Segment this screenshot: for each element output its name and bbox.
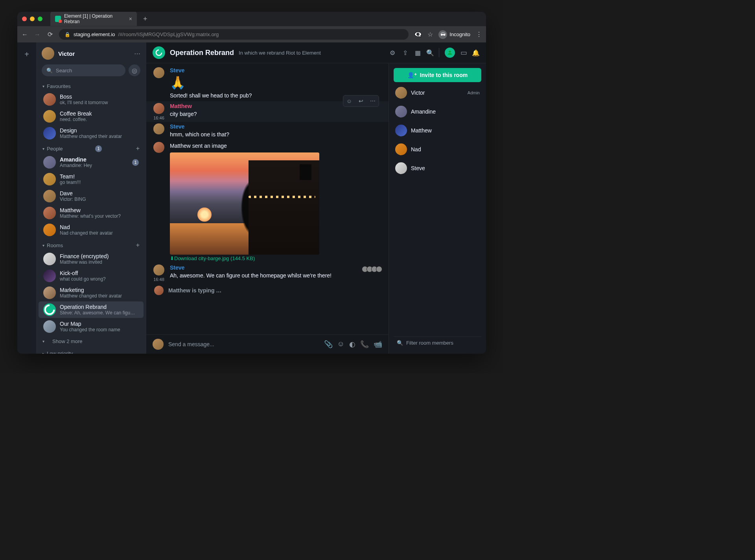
emoji-icon[interactable]: ☺ xyxy=(337,340,344,349)
message-list[interactable]: Steve 🙏 Sorted! shall we head to the pub… xyxy=(146,63,389,334)
sticker-icon[interactable]: ◐ xyxy=(349,340,355,349)
settings-icon[interactable]: ⚙ xyxy=(389,49,396,57)
add-space-button[interactable]: + xyxy=(20,48,33,61)
members-icon[interactable] xyxy=(444,47,456,59)
sender-avatar[interactable] xyxy=(153,123,164,134)
filter-members-input[interactable]: 🔍 Filter room members xyxy=(394,336,481,349)
section-favourites[interactable]: ▾ Favourites xyxy=(36,80,146,91)
room-preview: Matthew: what's your vector? xyxy=(60,213,139,219)
add-room-button[interactable]: + xyxy=(136,242,140,249)
attach-icon[interactable]: 📎 xyxy=(324,340,333,349)
back-button[interactable]: ← xyxy=(21,31,28,38)
upload-icon[interactable]: ⇪ xyxy=(401,49,409,57)
section-label: Favourites xyxy=(47,83,71,89)
room-item-boss[interactable]: Bossok, I'll send it tomorrow xyxy=(39,91,144,108)
sender-name[interactable]: Steve xyxy=(170,67,382,73)
read-receipts[interactable] xyxy=(363,266,382,272)
chevron-right-icon: ▸ xyxy=(42,351,44,354)
address-field[interactable]: 🔒 staging.element.io/#/room/!iSjMRGQVDSp… xyxy=(59,29,409,40)
reply-button[interactable]: ↩ xyxy=(355,95,367,106)
maximize-window-button[interactable] xyxy=(38,17,42,21)
room-item-marketing[interactable]: MarketingMatthew changed their avatar xyxy=(39,285,144,301)
react-button[interactable]: ☺ xyxy=(343,95,355,106)
url-path: /#/room/!iSjMRGQVDSpLjgSVWg:matrix.org xyxy=(118,31,219,37)
star-icon[interactable]: ☆ xyxy=(427,31,433,38)
room-preview: what could go wrong? xyxy=(60,276,139,282)
sender-name[interactable]: Steve xyxy=(170,264,382,271)
eye-off-icon[interactable]: 👁‍🗨 xyxy=(414,31,422,38)
add-person-button[interactable]: + xyxy=(136,145,140,152)
url-host: staging.element.io xyxy=(74,31,115,37)
room-item-operation-rebrand[interactable]: Operation RebrandSteve: Ah, awesome. We … xyxy=(39,301,144,318)
room-item-our-map[interactable]: Our MapYou changed the room name xyxy=(39,318,144,335)
sender-avatar[interactable] xyxy=(153,142,164,153)
voice-call-icon[interactable]: 📞 xyxy=(360,340,369,349)
user-menu-button[interactable]: ⋯ xyxy=(134,50,140,57)
typing-indicator: Matthew is typing … xyxy=(146,283,389,297)
room-item-amandine[interactable]: AmandineAmandine: Hey1 xyxy=(39,154,144,171)
room-item-kickoff[interactable]: Kick-offwhat could go wrong? xyxy=(39,268,144,284)
room-item-nad[interactable]: NadNad changed their avatar xyxy=(39,222,144,238)
avatar xyxy=(43,207,56,219)
kebab-menu-icon[interactable]: ⋮ xyxy=(476,31,482,38)
member-victor[interactable]: VictorAdmin xyxy=(394,84,481,101)
member-avatar xyxy=(395,87,407,99)
room-title: Operation Rebrand xyxy=(170,49,234,57)
sender-avatar[interactable] xyxy=(153,264,164,275)
search-icon[interactable]: 🔍 xyxy=(426,49,434,57)
message-image[interactable] xyxy=(170,152,319,255)
composer-input[interactable]: Send a message... xyxy=(168,341,319,347)
room-item-matthew[interactable]: MatthewMatthew: what's your vector? xyxy=(39,205,144,221)
member-role: Admin xyxy=(468,90,480,95)
browser-tab[interactable]: Element [1] | Operation Rebran × xyxy=(50,12,137,27)
member-amandine[interactable]: Amandine xyxy=(394,103,481,120)
message-text: hmm, which one is that? xyxy=(170,130,382,139)
room-item-design[interactable]: DesignMatthew changed their avatar xyxy=(39,125,144,141)
video-call-icon[interactable]: 📹 xyxy=(374,340,382,349)
avatar xyxy=(43,320,56,333)
incognito-icon: 🕶 xyxy=(438,30,447,39)
search-input[interactable]: 🔍 Search xyxy=(42,64,125,76)
svg-point-0 xyxy=(449,51,451,53)
sender-avatar[interactable] xyxy=(153,67,164,78)
main-panel: Operation Rebrand In which we rebrand Ri… xyxy=(146,42,486,354)
reload-button[interactable]: ⟳ xyxy=(46,31,53,38)
bell-icon[interactable]: 🔔 xyxy=(472,49,480,57)
room-item-dave[interactable]: DaveVictor: BING xyxy=(39,188,144,204)
explore-button[interactable]: ◎ xyxy=(129,64,140,76)
room-name: Finance (encrypted) xyxy=(60,253,139,259)
sidebar-header: Victor ⋯ xyxy=(36,42,146,64)
url-bar: ← → ⟳ 🔒 staging.element.io/#/room/!iSjMR… xyxy=(17,26,486,42)
room-item-finance[interactable]: Finance (encrypted)Matthew was invited xyxy=(39,251,144,267)
forward-button[interactable]: → xyxy=(34,31,41,38)
more-button[interactable]: ⋯ xyxy=(367,95,379,106)
room-topic: In which we rebrand Riot to Element xyxy=(239,50,321,56)
member-steve[interactable]: Steve xyxy=(394,160,481,176)
apps-icon[interactable]: ▦ xyxy=(414,49,422,57)
section-low-priority[interactable]: ▸ Low priority xyxy=(36,347,146,354)
minimize-window-button[interactable] xyxy=(30,17,35,21)
invite-button[interactable]: 👤⁺ Invite to this room xyxy=(394,68,481,82)
download-link[interactable]: ⬇Download city-barge.jpg (144.5 KB) xyxy=(170,255,382,261)
member-panel: 👤⁺ Invite to this room VictorAdmin Amand… xyxy=(389,63,486,354)
self-avatar[interactable] xyxy=(42,47,54,60)
room-item-team[interactable]: Team!go team!!! xyxy=(39,171,144,187)
search-placeholder: Search xyxy=(56,68,72,73)
new-tab-button[interactable]: + xyxy=(140,13,151,25)
show-more-button[interactable]: ▾Show 2 more xyxy=(36,335,146,347)
info-icon[interactable]: ▭ xyxy=(460,48,467,57)
self-username[interactable]: Victor xyxy=(58,50,130,57)
room-list-scroll[interactable]: ▾ Favourites Bossok, I'll send it tomorr… xyxy=(36,80,146,354)
room-item-coffee-break[interactable]: Coffee Breakneed. coffee. xyxy=(39,108,144,125)
sender-name[interactable]: Steve xyxy=(170,123,382,130)
close-tab-button[interactable]: × xyxy=(129,16,132,22)
section-rooms[interactable]: ▾ Rooms + xyxy=(36,239,146,250)
room-avatar[interactable] xyxy=(153,46,165,59)
member-nad[interactable]: Nad xyxy=(394,141,481,158)
tab-title: Element [1] | Operation Rebran xyxy=(64,13,126,24)
message-timestamp: 16:46 xyxy=(153,116,164,120)
member-matthew[interactable]: Matthew xyxy=(394,122,481,139)
close-window-button[interactable] xyxy=(22,17,27,21)
sender-avatar[interactable] xyxy=(153,103,164,114)
section-people[interactable]: ▾ People 1 + xyxy=(36,142,146,154)
